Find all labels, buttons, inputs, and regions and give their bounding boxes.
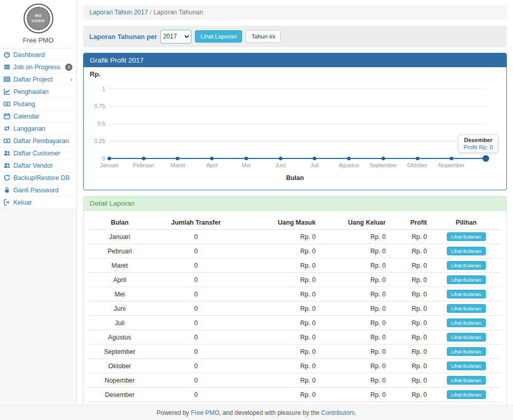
logo-text-line1: NO [35,13,42,18]
table-icon [4,76,10,83]
view-monthly-button-mei[interactable]: Lihat Bulanan [447,290,486,298]
year-select[interactable]: 2017 [161,30,191,44]
filter-label: Laporan Tahunan per [89,33,157,41]
chart-point-maret[interactable] [176,157,180,161]
breadcrumb-current: Laporan Tahunan [153,9,203,16]
chart-point-juli[interactable] [313,157,317,161]
view-monthly-button-oktober[interactable]: Lihat Bulanan [447,362,486,370]
footer-text: Powered by Free PMO, and developed with … [156,409,357,416]
sidebar-item-ganti-password[interactable]: Ganti Password [0,184,76,196]
cell-profit: Rp. 0 [390,388,431,402]
cell-jumlah-transfer: 0 [151,359,242,373]
sidebar-item-penghasilan[interactable]: Penghasilan [0,86,76,98]
cell-pilihan: Lihat Bulanan [431,373,501,388]
cell-jumlah-transfer: 0 [151,258,242,273]
cell-bulan: April [89,273,151,287]
cell-pilihan: Lihat Bulanan [431,244,501,258]
cell-profit: Rp. 0 [390,287,431,302]
chart-point-pebruari[interactable] [142,157,145,161]
view-report-button[interactable]: Lihat Laporan [195,30,242,43]
view-monthly-button-desember[interactable]: Lihat Bulanan [447,390,486,399]
table-row-september: September0Rp. 0Rp. 0Rp. 0Lihat Bulanan [89,345,501,359]
cell-uang-masuk: Rp. 0 [241,258,320,273]
sidebar-item-label: Ganti Password [13,187,58,194]
table-row-mei: Mei0Rp. 0Rp. 0Rp. 0Lihat Bulanan [89,287,501,302]
breadcrumb-link-laporan-tahun[interactable]: Laporan Tahun 2017 [89,9,148,16]
chart-point-september[interactable] [381,157,385,161]
cell-uang-keluar: Rp. 0 [320,302,390,316]
chart-tooltip-title: Desember [463,137,493,143]
table-row-pebruari: Pebruari0Rp. 0Rp. 0Rp. 0Lihat Bulanan [89,244,501,258]
breadcrumb: Laporan Tahun 2017 / Laporan Tahunan [83,5,507,19]
cell-pilihan: Lihat Bulanan [431,359,501,373]
sidebar-item-daftar-customer[interactable]: Daftar Customer [0,147,76,159]
cell-profit: Rp. 0 [390,316,431,330]
cell-jumlah-transfer: 0 [151,330,242,345]
sidebar-item-label: Job on Progress [13,64,60,71]
column-header-pilihan: Pilihan [431,216,501,230]
chart-point-nopember[interactable] [450,157,453,161]
sidebar-item-label: Langganan [13,125,46,132]
column-header-uang-keluar: Uang Keluar [320,216,390,230]
cell-uang-keluar: Rp. 0 [320,359,390,373]
sidebar-item-backup-restore-db[interactable]: Backup/Restore DB [0,172,76,184]
view-monthly-button-juni[interactable]: Lihat Bulanan [447,304,486,313]
sidebar-item-calendar[interactable]: Calendar [0,110,76,123]
sidebar-item-piutang[interactable]: Piutang [0,98,76,110]
table-row-juli: Juli0Rp. 0Rp. 0Rp. 0Lihat Bulanan [89,316,501,330]
x-tick-label: Januari [100,162,119,168]
sidebar-item-daftar-project[interactable]: Daftar Project‹ [0,73,76,86]
cell-bulan: Pebruari [89,244,151,258]
sidebar-filler [0,209,76,405]
page-footer: Powered by Free PMO, and developed with … [0,405,513,420]
view-monthly-button-april[interactable]: Lihat Bulanan [447,275,486,284]
cell-jumlah-transfer: 0 [151,230,242,244]
chart-point-agustus[interactable] [347,157,351,161]
sidebar-item-job-on-progress[interactable]: Job on Progress0 [0,61,76,73]
sidebar-item-dashboard[interactable]: Dashboard [0,49,76,61]
cell-profit: Rp. 0 [390,373,431,388]
calendar-icon [4,113,10,119]
cell-uang-masuk: Rp. 0 [241,316,320,330]
cell-bulan: Maret [89,258,151,273]
chart-tooltip: Desember Profit Rp: 0 [458,134,498,153]
cell-uang-masuk: Rp. 0 [241,388,320,402]
y-tick-label: 0.25 [94,138,105,144]
x-tick-label: Maret [170,162,185,168]
view-monthly-button-nopember[interactable]: Lihat Bulanan [447,376,486,385]
view-monthly-button-juli[interactable]: Lihat Bulanan [447,318,486,327]
chart-point-oktober[interactable] [416,157,419,161]
cell-bulan: Mei [89,287,151,302]
chart-tooltip-value: Profit Rp: 0 [463,144,493,150]
cell-uang-keluar: Rp. 0 [320,273,390,287]
column-header-bulan: Bulan [89,216,151,230]
chart-point-mei[interactable] [244,157,248,161]
dashboard-icon [4,51,10,58]
view-monthly-button-pebruari[interactable]: Lihat Bulanan [447,247,486,255]
view-monthly-button-agustus[interactable]: Lihat Bulanan [447,333,486,342]
sidebar-item-langganan[interactable]: Langganan [0,123,76,135]
cell-jumlah-transfer: 0 [151,345,242,359]
current-year-button[interactable]: Tahun ini [246,30,281,43]
sidebar-item-label: Keluar [13,199,32,206]
brand: NO LOGO Free PMO [0,0,76,49]
cell-profit: Rp. 0 [390,345,431,359]
sidebar-item-daftar-pembayaran[interactable]: Daftar Pembayaran [0,135,76,147]
sidebar-menu: DashboardJob on Progress0Daftar Project‹… [0,49,76,209]
cell-jumlah-transfer: 0 [151,316,242,330]
sidebar-item-daftar-vendor[interactable]: Daftar Vendor [0,159,76,172]
footer-link-contributors[interactable]: Contributors. [321,409,357,416]
chart-y-axis-label: Rp. [89,70,501,78]
footer-link-free-pmo[interactable]: Free PMO [191,409,219,416]
chart-point-april[interactable] [210,157,214,161]
chart-point-desember[interactable] [483,155,489,162]
column-header-uang-masuk: Uang Masuk [241,216,320,230]
view-monthly-button-januari[interactable]: Lihat Bulanan [447,232,486,241]
view-monthly-button-maret[interactable]: Lihat Bulanan [447,261,486,270]
cell-pilihan: Lihat Bulanan [431,316,501,330]
chart-point-januari[interactable] [108,157,111,161]
sidebar-item-keluar[interactable]: Keluar [0,196,76,209]
chart-point-juni[interactable] [279,157,282,161]
view-monthly-button-september[interactable]: Lihat Bulanan [447,347,486,356]
x-tick-label: Oktober [407,162,427,168]
